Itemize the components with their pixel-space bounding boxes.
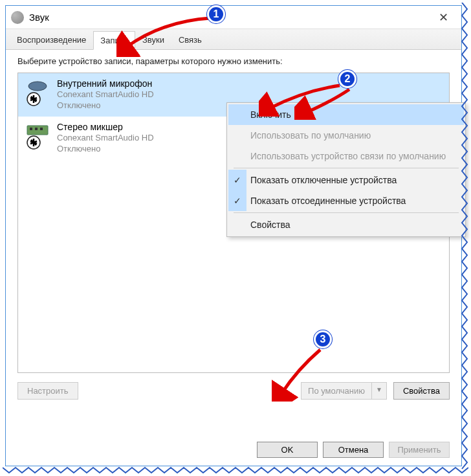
set-default-split-button[interactable]: По умолчанию ▼ (301, 382, 387, 400)
dropdown-arrow-icon[interactable]: ▼ (372, 382, 387, 400)
apply-button[interactable]: Применить (389, 442, 450, 458)
menu-set-default-comm[interactable]: Использовать устройство связи по умолчан… (228, 146, 464, 166)
window-title: Звук (29, 12, 430, 23)
context-menu: Включить Использовать по умолчанию Испол… (226, 102, 466, 237)
menu-separator (234, 168, 459, 168)
menu-properties[interactable]: Свойства (228, 214, 464, 235)
instruction-text: Выберите устройство записи, параметры ко… (17, 56, 450, 66)
microphone-icon (25, 78, 50, 107)
close-button[interactable]: ✕ (430, 10, 456, 25)
annotation-badge-2: 2 (338, 70, 356, 88)
zigzag-edge-right (459, 3, 471, 471)
tab-recording[interactable]: Запись (93, 31, 135, 50)
tab-playback[interactable]: Воспроизведение (10, 30, 93, 49)
check-icon: ✓ (228, 170, 246, 190)
set-default-button[interactable]: По умолчанию (301, 382, 372, 400)
dialog-button-row: OK Отмена Применить (6, 434, 461, 466)
tab-sounds[interactable]: Звуки (135, 30, 171, 49)
menu-enable[interactable]: Включить (228, 104, 464, 125)
menu-label: Показать отключенные устройства (250, 175, 397, 185)
annotation-badge-3: 3 (314, 330, 332, 348)
svg-rect-4 (35, 128, 38, 130)
svg-rect-3 (30, 128, 32, 130)
svg-point-0 (28, 82, 47, 91)
ok-button[interactable]: OK (257, 442, 318, 458)
bottom-button-row: Настроить По умолчанию ▼ Свойства (17, 382, 450, 400)
menu-set-default[interactable]: Использовать по умолчанию (228, 125, 464, 146)
svg-rect-5 (40, 128, 43, 130)
menu-separator (234, 212, 459, 213)
menu-show-disabled[interactable]: ✓ Показать отключенные устройства (228, 170, 464, 190)
titlebar: Звук ✕ (6, 6, 461, 29)
menu-show-disconnected[interactable]: ✓ Показать отсоединенные устройства (228, 190, 464, 211)
check-icon: ✓ (228, 190, 246, 211)
zigzag-edge-bottom (3, 464, 468, 475)
annotation-badge-1: 1 (207, 5, 225, 23)
configure-button[interactable]: Настроить (17, 382, 78, 400)
cancel-button[interactable]: Отмена (323, 442, 384, 458)
tab-bar: Воспроизведение Запись Звуки Связь (6, 29, 461, 50)
menu-label: Показать отсоединенные устройства (250, 196, 406, 206)
device-name: Внутренний микрофон (57, 78, 443, 89)
sound-icon (11, 11, 24, 24)
properties-button[interactable]: Свойства (393, 382, 450, 400)
device-driver: Conexant SmartAudio HD (57, 89, 443, 100)
tab-communications[interactable]: Связь (171, 30, 209, 49)
mixer-icon (25, 122, 50, 150)
